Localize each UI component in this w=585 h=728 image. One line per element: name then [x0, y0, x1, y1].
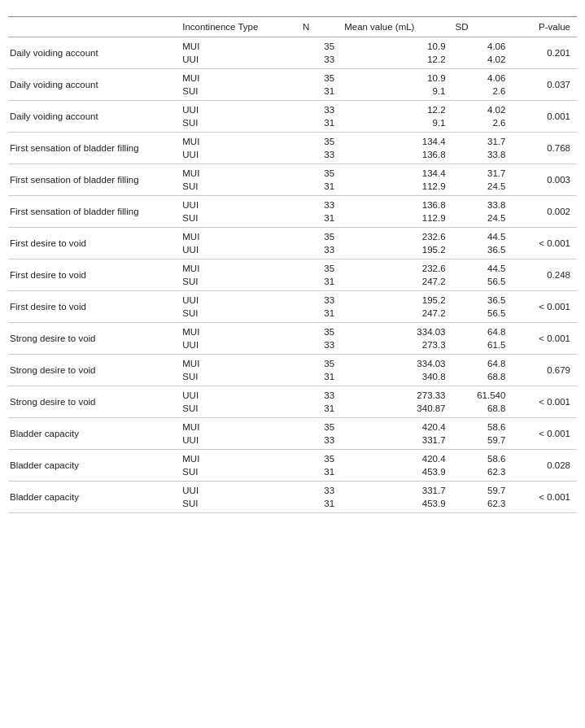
n-cell: 33: [299, 243, 341, 259]
n-cell: 35: [299, 323, 341, 339]
mean-cell: 420.4: [341, 418, 452, 434]
n-cell: 31: [299, 116, 341, 133]
sd-cell: 4.06: [452, 37, 513, 54]
row-label: Daily voiding account: [8, 69, 179, 101]
mean-cell: 9.1: [341, 85, 452, 101]
sd-cell: 56.5: [452, 275, 513, 291]
sd-cell: 64.8: [452, 323, 513, 339]
row-label: Bladder capacity: [8, 482, 179, 513]
n-cell: 31: [299, 211, 341, 228]
mean-cell: 420.4: [341, 450, 452, 466]
sd-cell: 31.7: [452, 133, 513, 149]
incontinence-type-cell: UUI: [179, 53, 299, 69]
sd-cell: 36.5: [452, 243, 513, 259]
mean-cell: 136.8: [341, 196, 452, 212]
incontinence-type-cell: UUI: [179, 338, 299, 355]
mean-cell: 232.6: [341, 259, 452, 276]
row-label: Daily voiding account: [8, 37, 179, 69]
n-cell: 33: [299, 291, 341, 307]
pvalue-cell: < 0.001: [512, 228, 577, 259]
data-table: Incontinence Type N Mean value (mL) SD P…: [8, 16, 577, 513]
mean-cell: 453.9: [341, 465, 452, 482]
mean-cell: 334.03: [341, 323, 452, 339]
n-cell: 33: [299, 101, 341, 117]
incontinence-type-cell: UUI: [179, 243, 299, 259]
n-cell: 35: [299, 164, 341, 181]
pvalue-cell: 0.003: [512, 164, 577, 196]
incontinence-type-cell: SUI: [179, 275, 299, 291]
incontinence-type-cell: MUI: [179, 450, 299, 466]
n-cell: 35: [299, 450, 341, 466]
n-cell: 33: [299, 148, 341, 164]
sd-cell: 59.7: [452, 482, 513, 498]
n-cell: 31: [299, 180, 341, 196]
mean-cell: 134.4: [341, 164, 452, 181]
row-label: First sensation of bladder filling: [8, 196, 179, 228]
pvalue-cell: 0.002: [512, 196, 577, 228]
incontinence-type-cell: UUI: [179, 291, 299, 307]
mean-cell: 340.87: [341, 402, 452, 418]
pvalue-cell: < 0.001: [512, 418, 577, 450]
mean-cell: 331.7: [341, 434, 452, 450]
mean-cell: 273.3: [341, 338, 452, 355]
incontinence-type-cell: MUI: [179, 69, 299, 85]
mean-cell: 9.1: [341, 116, 452, 133]
col-header-n: N: [299, 17, 341, 37]
incontinence-type-cell: SUI: [179, 402, 299, 418]
n-cell: 33: [299, 338, 341, 355]
sd-cell: 64.8: [452, 355, 513, 371]
row-label: Strong desire to void: [8, 386, 179, 418]
sd-cell: 33.8: [452, 148, 513, 164]
n-cell: 35: [299, 133, 341, 149]
mean-cell: 10.9: [341, 37, 452, 54]
mean-cell: 453.9: [341, 497, 452, 513]
sd-cell: 44.5: [452, 259, 513, 276]
sd-cell: 68.8: [452, 370, 513, 386]
mean-cell: 195.2: [341, 243, 452, 259]
incontinence-type-cell: SUI: [179, 180, 299, 196]
incontinence-type-cell: MUI: [179, 228, 299, 244]
n-cell: 31: [299, 465, 341, 482]
row-label: First sensation of bladder filling: [8, 164, 179, 196]
mean-cell: 12.2: [341, 101, 452, 117]
sd-cell: 61.5: [452, 338, 513, 355]
row-label: Bladder capacity: [8, 418, 179, 450]
pvalue-cell: 0.768: [512, 133, 577, 164]
row-label: Bladder capacity: [8, 450, 179, 482]
sd-cell: 4.02: [452, 101, 513, 117]
n-cell: 35: [299, 355, 341, 371]
mean-cell: 247.2: [341, 275, 452, 291]
sd-cell: 58.6: [452, 418, 513, 434]
mean-cell: 247.2: [341, 307, 452, 323]
sd-cell: 59.7: [452, 434, 513, 450]
mean-cell: 331.7: [341, 482, 452, 498]
incontinence-type-cell: MUI: [179, 133, 299, 149]
incontinence-type-cell: MUI: [179, 355, 299, 371]
n-cell: 33: [299, 196, 341, 212]
incontinence-type-cell: MUI: [179, 164, 299, 181]
row-label: First desire to void: [8, 259, 179, 291]
incontinence-type-cell: SUI: [179, 211, 299, 228]
mean-cell: 10.9: [341, 69, 452, 85]
pvalue-cell: 0.248: [512, 259, 577, 291]
sd-cell: 24.5: [452, 211, 513, 228]
pvalue-cell: < 0.001: [512, 291, 577, 323]
pvalue-cell: 0.028: [512, 450, 577, 482]
incontinence-type-cell: SUI: [179, 85, 299, 101]
pvalue-cell: < 0.001: [512, 386, 577, 418]
sd-cell: 24.5: [452, 180, 513, 196]
col-header-label: [8, 17, 179, 37]
incontinence-type-cell: SUI: [179, 370, 299, 386]
sd-cell: 58.6: [452, 450, 513, 466]
n-cell: 33: [299, 482, 341, 498]
row-label: Strong desire to void: [8, 355, 179, 386]
mean-cell: 340.8: [341, 370, 452, 386]
sd-cell: 36.5: [452, 291, 513, 307]
row-label: First desire to void: [8, 291, 179, 323]
sd-cell: 4.06: [452, 69, 513, 85]
n-cell: 35: [299, 228, 341, 244]
sd-cell: 31.7: [452, 164, 513, 181]
incontinence-type-cell: MUI: [179, 37, 299, 54]
incontinence-type-cell: UUI: [179, 386, 299, 403]
col-header-pvalue: P-value: [512, 17, 577, 37]
